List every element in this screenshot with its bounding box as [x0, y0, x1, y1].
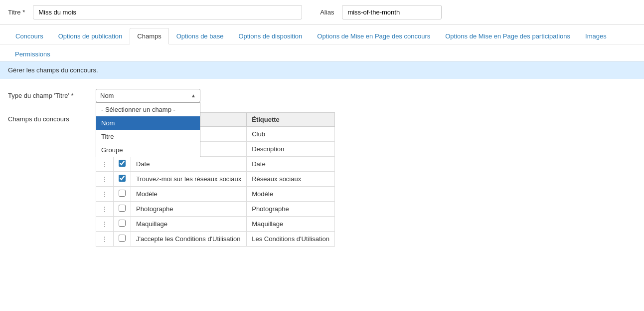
dropdown-option-groupe[interactable]: Groupe: [96, 143, 200, 157]
row-label: Réseaux sociaux: [247, 172, 335, 187]
row-label: Maquillage: [247, 217, 335, 232]
tab-options-mise-en-page-participations[interactable]: Options de Mise en Page des participatio…: [438, 28, 578, 44]
tab-options-publication[interactable]: Options de publication: [51, 28, 130, 44]
row-label: Modèle: [247, 187, 335, 202]
row-checkbox[interactable]: [119, 205, 126, 212]
titre-label: Titre *: [8, 8, 25, 16]
info-bar: Gérer les champs du concours.: [0, 61, 644, 79]
info-bar-text: Gérer les champs du concours.: [8, 66, 98, 74]
row-name: Maquillage: [131, 217, 247, 232]
row-checkbox[interactable]: [119, 160, 126, 167]
tab-concours[interactable]: Concours: [8, 28, 51, 44]
table-row: ⋮ Maquillage Maquillage: [96, 217, 335, 232]
drag-handle[interactable]: ⋮: [96, 187, 114, 202]
col-header-label: Étiquette: [247, 113, 335, 127]
row-name: Photographe: [131, 202, 247, 217]
dropdown-option-titre[interactable]: Titre: [96, 130, 200, 143]
table-row: ⋮ Trouvez-moi sur les réseaux sociaux Ré…: [96, 172, 335, 187]
champs-concours-label: Champs du concours: [8, 112, 88, 123]
tab-images[interactable]: Images: [578, 28, 614, 44]
sub-tabs-bar: Permissions: [0, 44, 644, 61]
row-name: J'accepte les Conditions d'Utilisation: [131, 232, 247, 247]
row-name: Date: [131, 157, 247, 172]
row-label: Photographe: [247, 202, 335, 217]
type-champ-dropdown[interactable]: Nom ▲ - Sélectionner un champ - Nom Titr…: [96, 89, 200, 102]
tab-champs[interactable]: Champs: [130, 28, 168, 44]
type-champ-label: Type du champ 'Titre' *: [8, 89, 88, 99]
tab-options-disposition[interactable]: Options de disposition: [231, 28, 310, 44]
row-checkbox[interactable]: [119, 235, 126, 242]
alias-label: Alias: [320, 8, 334, 16]
row-checkbox-cell: [114, 172, 131, 187]
drag-handle[interactable]: ⋮: [96, 217, 114, 232]
row-checkbox[interactable]: [119, 220, 126, 227]
drag-handle[interactable]: ⋮: [96, 232, 114, 247]
row-checkbox-cell: [114, 202, 131, 217]
dropdown-option-select[interactable]: - Sélectionner un champ -: [96, 103, 200, 116]
alias-input[interactable]: [342, 5, 442, 19]
drag-handle[interactable]: ⋮: [96, 172, 114, 187]
dropdown-option-nom[interactable]: Nom: [96, 116, 200, 130]
row-label: Les Conditions d'Utilisation: [247, 232, 335, 247]
tab-options-mise-en-page-concours[interactable]: Options de Mise en Page des concours: [310, 28, 438, 44]
row-name: Modèle: [131, 187, 247, 202]
table-row: ⋮ Modèle Modèle: [96, 187, 335, 202]
row-checkbox-cell: [114, 187, 131, 202]
row-checkbox[interactable]: [119, 190, 126, 197]
chevron-up-icon: ▲: [191, 93, 196, 98]
main-content: Type du champ 'Titre' * Nom ▲ - Sélectio…: [0, 79, 644, 267]
row-checkbox-cell: [114, 217, 131, 232]
dropdown-selected[interactable]: Nom ▲: [96, 89, 200, 102]
row-checkbox-cell: [114, 232, 131, 247]
drag-handle[interactable]: ⋮: [96, 157, 114, 172]
drag-handle[interactable]: ⋮: [96, 202, 114, 217]
table-row: ⋮ J'accepte les Conditions d'Utilisation…: [96, 232, 335, 247]
row-name: Trouvez-moi sur les réseaux sociaux: [131, 172, 247, 187]
tabs-bar: Concours Options de publication Champs O…: [0, 25, 644, 44]
type-champ-row: Type du champ 'Titre' * Nom ▲ - Sélectio…: [8, 89, 636, 102]
titre-input[interactable]: [33, 5, 302, 19]
row-label: Club: [247, 127, 335, 142]
dropdown-selected-text: Nom: [100, 92, 114, 99]
header: Titre * Alias: [0, 0, 644, 25]
table-row: ⋮ Photographe Photographe: [96, 202, 335, 217]
row-checkbox-cell: [114, 157, 131, 172]
sub-tab-permissions[interactable]: Permissions: [8, 47, 57, 61]
row-checkbox[interactable]: [119, 175, 126, 182]
row-label: Description: [247, 142, 335, 157]
table-row: ⋮ Date Date: [96, 157, 335, 172]
dropdown-list: - Sélectionner un champ - Nom Titre Grou…: [96, 102, 200, 157]
row-label: Date: [247, 157, 335, 172]
tab-options-base[interactable]: Options de base: [169, 28, 231, 44]
